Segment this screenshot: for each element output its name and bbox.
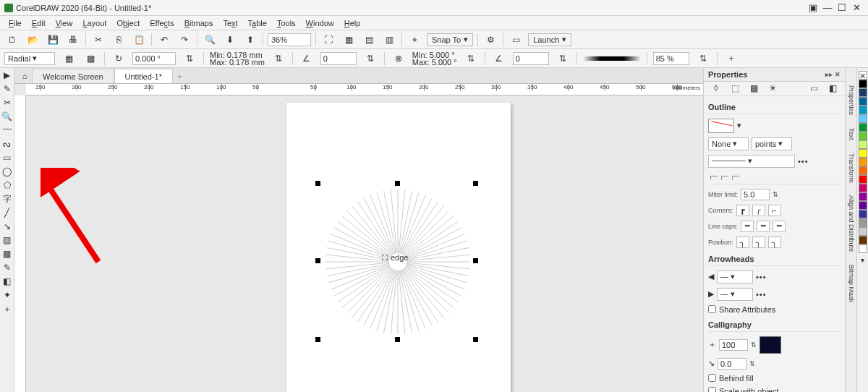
artistic-media-tool[interactable]: ᔓ bbox=[1, 138, 13, 150]
zoom-tool[interactable]: 🔍 bbox=[1, 111, 13, 122]
color-swatch[interactable] bbox=[859, 227, 867, 236]
preset-1[interactable]: ▦ bbox=[61, 51, 77, 66]
ellipse-tool[interactable]: ◯ bbox=[1, 166, 13, 177]
docker-tab-text[interactable]: Text bbox=[847, 125, 856, 143]
angle-spinner[interactable]: ⇅ bbox=[182, 51, 197, 66]
menu-tools[interactable]: Tools bbox=[273, 17, 300, 29]
tilt-icon[interactable]: ∠ bbox=[299, 51, 315, 66]
cap-round[interactable]: ━ bbox=[757, 221, 770, 232]
tilt-value[interactable]: 0 bbox=[320, 52, 357, 65]
fx-tab-icon[interactable]: ☀ bbox=[765, 81, 780, 95]
color-swatch[interactable] bbox=[859, 80, 867, 88]
color-swatch[interactable] bbox=[859, 201, 867, 210]
color-swatch[interactable] bbox=[859, 149, 867, 158]
preset-2[interactable]: ▩ bbox=[82, 51, 98, 66]
handle-bc[interactable] bbox=[395, 337, 400, 342]
color-swatch[interactable] bbox=[859, 132, 867, 140]
options-button[interactable]: ⚙ bbox=[482, 33, 498, 47]
print-button[interactable]: 🖶 bbox=[65, 33, 81, 47]
rectangle-tool[interactable]: ▭ bbox=[1, 152, 13, 163]
ruler-toggle[interactable]: ▦ bbox=[341, 33, 357, 47]
color-swatch[interactable] bbox=[859, 114, 867, 123]
more-tools[interactable]: ＋ bbox=[1, 303, 13, 315]
corner-round[interactable]: ╭ bbox=[752, 205, 765, 216]
angle2-value[interactable]: 0 bbox=[513, 52, 549, 65]
color-swatch[interactable] bbox=[859, 88, 867, 97]
outline-color-swatch[interactable] bbox=[708, 119, 734, 133]
snap-icon[interactable]: ⌖ bbox=[407, 33, 422, 47]
docker-options-icon[interactable]: ◧ bbox=[825, 81, 841, 95]
outline-style-dropdown[interactable]: ────── ▾ bbox=[708, 155, 795, 168]
fullscreen-button[interactable]: ⛶ bbox=[320, 33, 336, 47]
parallel-dim-tool[interactable]: ╱ bbox=[1, 207, 13, 218]
add-preset-button[interactable]: ＋ bbox=[723, 51, 739, 66]
launch-dropdown[interactable]: Launch ▾ bbox=[528, 33, 571, 46]
nib-angle-input[interactable]: 0.0 bbox=[718, 358, 746, 370]
handle-mr[interactable] bbox=[473, 258, 478, 263]
docker-tab-transform[interactable]: Transform bbox=[847, 150, 856, 186]
handle-br[interactable] bbox=[473, 337, 478, 342]
tab-document[interactable]: Untitled-1* bbox=[114, 69, 173, 83]
menu-object[interactable]: Object bbox=[112, 17, 144, 29]
no-color-swatch[interactable]: ✕ bbox=[859, 71, 867, 80]
palette-scroll-down[interactable]: ▾ bbox=[861, 256, 864, 264]
screenshot-icon[interactable]: ▣ bbox=[806, 2, 820, 13]
width-spinner[interactable]: ⇅ bbox=[271, 51, 286, 66]
color-swatch[interactable] bbox=[859, 244, 867, 253]
grid-toggle[interactable]: ▤ bbox=[361, 33, 377, 47]
menu-help[interactable]: Help bbox=[340, 17, 365, 29]
polygon-tool[interactable]: ⬠ bbox=[1, 179, 13, 191]
redo-button[interactable]: ↷ bbox=[176, 33, 192, 47]
artistic-media-object[interactable] bbox=[318, 182, 477, 341]
copy-button[interactable]: ⎘ bbox=[111, 33, 127, 47]
menu-file[interactable]: File bbox=[4, 17, 26, 29]
outline-style-more[interactable]: ••• bbox=[798, 157, 809, 166]
fill-tab-icon[interactable]: ⬚ bbox=[727, 81, 743, 95]
handle-tr[interactable] bbox=[473, 181, 478, 186]
arrow-end-more[interactable]: ••• bbox=[756, 290, 767, 299]
save-button[interactable]: 💾 bbox=[45, 33, 61, 47]
outline-width-dropdown[interactable]: None ▾ bbox=[708, 137, 749, 150]
new-button[interactable]: 🗋 bbox=[4, 33, 20, 47]
outline-units-dropdown[interactable]: points ▾ bbox=[752, 137, 792, 150]
undo-button[interactable]: ↶ bbox=[156, 33, 172, 47]
minimize-button[interactable]: — bbox=[820, 2, 835, 13]
bearing-spinner[interactable]: ⇅ bbox=[463, 51, 479, 66]
fill-tool[interactable]: ◧ bbox=[1, 276, 13, 287]
docker-menu-icon[interactable]: ▭ bbox=[806, 81, 822, 95]
stroke-opacity[interactable]: 85 % bbox=[653, 52, 689, 65]
docker-tab-align[interactable]: Align and Distribute bbox=[847, 192, 856, 255]
cap-butt[interactable]: ━ bbox=[741, 221, 754, 232]
color-swatch[interactable] bbox=[859, 123, 867, 132]
zoom-level[interactable]: 36% bbox=[268, 33, 311, 46]
drop-shadow-tool[interactable]: ▨ bbox=[1, 234, 13, 246]
menu-effects[interactable]: Effects bbox=[145, 17, 178, 29]
menu-layout[interactable]: Layout bbox=[78, 17, 111, 29]
transparency-tool[interactable]: ▩ bbox=[1, 248, 13, 260]
open-button[interactable]: 📂 bbox=[25, 33, 41, 47]
canvas[interactable]: edge bbox=[26, 95, 703, 392]
docker-expand-icon[interactable]: ▸▸ bbox=[825, 71, 833, 78]
menu-view[interactable]: View bbox=[51, 17, 77, 29]
handle-ml[interactable] bbox=[315, 258, 320, 263]
freehand-tool[interactable]: 〰 bbox=[1, 124, 13, 136]
docker-tab-bitmap-mask[interactable]: Bitmap Mask bbox=[847, 262, 856, 305]
menu-window[interactable]: Window bbox=[302, 17, 339, 29]
eyedropper-tool[interactable]: ✎ bbox=[1, 262, 13, 273]
color-swatch[interactable] bbox=[859, 236, 867, 244]
miter-limit-input[interactable]: 5.0 bbox=[741, 189, 770, 200]
color-swatch[interactable] bbox=[859, 97, 867, 106]
share-attributes-checkbox[interactable]: Share Attributes bbox=[708, 305, 841, 314]
behind-fill-checkbox[interactable]: Behind fill bbox=[708, 374, 841, 383]
home-tab[interactable]: ⌂ bbox=[17, 69, 32, 83]
angle2-spinner[interactable]: ⇅ bbox=[555, 51, 571, 66]
docker-close-icon[interactable]: ✕ bbox=[833, 71, 841, 78]
opacity-spinner[interactable]: ⇅ bbox=[695, 51, 711, 66]
menu-table[interactable]: Table bbox=[244, 17, 271, 29]
horizontal-ruler[interactable]: millimeters 350 300 250 200 150 100 50 5… bbox=[26, 84, 703, 95]
outline-tab-icon[interactable]: ◊ bbox=[708, 81, 724, 95]
corner-miter[interactable]: ┏ bbox=[736, 205, 749, 216]
menu-text[interactable]: Text bbox=[218, 17, 242, 29]
rotation-angle[interactable]: 0.000 ° bbox=[132, 52, 176, 65]
pick-tool[interactable]: ▶ bbox=[1, 69, 13, 81]
